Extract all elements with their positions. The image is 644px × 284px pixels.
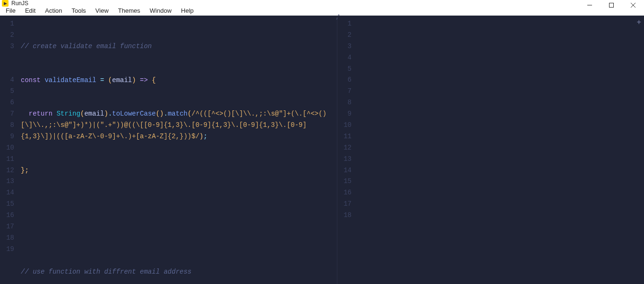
kw-const: const [21,76,41,84]
add-tab-icon[interactable]: + [636,18,641,27]
line-gutter-right: 123456789101112131415161718 [337,16,356,284]
menu-help[interactable]: Help [177,7,197,15]
builtin-string: String [57,110,80,117]
code-comment: // create validate email function [21,42,152,50]
titlebar: ▶ RunJS [0,0,644,7]
paren: ( [108,76,112,84]
menu-window[interactable]: Window [146,7,175,15]
menubar: File Edit Action Tools View Themes Windo… [0,7,644,16]
editor-area: ⋀ 12345678910111213141516171819 // creat… [0,16,644,284]
fn-name: validateEmail [44,76,96,84]
menu-tools[interactable]: Tools [68,7,90,15]
app-icon: ▶ [2,0,9,7]
line-gutter-left: 12345678910111213141516171819 [0,16,19,284]
close-button[interactable] [622,0,644,10]
var-email: email [84,110,104,117]
method-match: match [168,110,188,117]
arrow: => [136,76,152,84]
output-pane[interactable]: + 123456789101112131415161718 'infinitbi… [337,16,644,284]
svg-rect-0 [610,3,614,8]
maximize-button[interactable] [601,0,622,10]
window-controls [579,0,644,10]
code-pane[interactable]: 12345678910111213141516171819 // create … [0,16,337,284]
brace-close: }; [21,167,29,174]
output-content: 'infinitbility@gmail.com is a valid emai… [356,16,644,284]
code-content[interactable]: // create validate email function const … [19,16,337,284]
op-eq: = [96,76,108,84]
menu-edit[interactable]: Edit [21,7,39,15]
menu-view[interactable]: View [92,7,112,15]
kw-return: return [29,110,52,117]
paren: ) [132,76,136,84]
minimize-button[interactable] [579,0,601,10]
method-tolower: toLowerCase [112,110,155,117]
app-title: RunJS [11,0,28,7]
menu-action[interactable]: Action [41,7,66,15]
brace: { [152,76,155,84]
menu-themes[interactable]: Themes [114,7,144,15]
menu-file[interactable]: File [2,7,19,15]
code-comment: // use function with diffrent email addr… [21,268,191,276]
param: email [112,76,132,84]
